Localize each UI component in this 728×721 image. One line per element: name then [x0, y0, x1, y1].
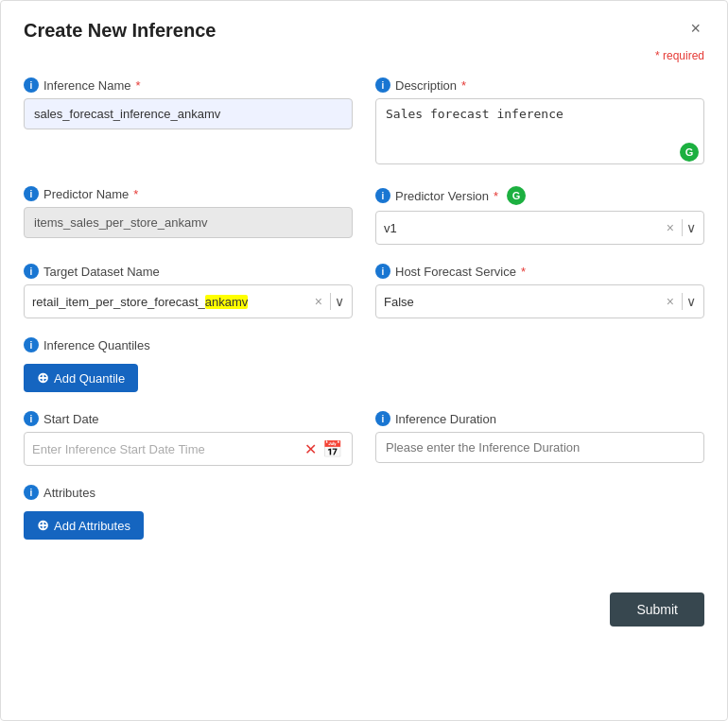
start-date-clear-icon[interactable]: ✕: [301, 440, 321, 458]
add-quantile-plus-icon: ⊕: [37, 369, 49, 386]
host-forecast-divider: [682, 293, 683, 310]
modal-header: Create New Inference ×: [24, 20, 704, 42]
predictor-name-label: i Predictor Name *: [24, 186, 353, 201]
host-forecast-label: i Host Forecast Service *: [375, 264, 704, 279]
predictor-version-required: *: [494, 189, 498, 203]
grammarly-icon: G: [680, 143, 699, 162]
form-row-3: i Target Dataset Name retail_item_per_st…: [24, 264, 704, 318]
host-forecast-value: False: [384, 295, 663, 309]
add-attributes-plus-icon: ⊕: [37, 517, 49, 534]
form-row-4: i Start Date Enter Inference Start Date …: [24, 411, 704, 466]
predictor-version-divider: [682, 219, 683, 236]
close-button[interactable]: ×: [686, 20, 704, 37]
start-date-input-wrap[interactable]: Enter Inference Start Date Time ✕ 📅: [24, 432, 353, 466]
submit-button[interactable]: Submit: [610, 592, 704, 627]
form-row-2: i Predictor Name * i Predictor Version *…: [24, 186, 704, 245]
description-required: *: [461, 78, 466, 93]
inference-name-input[interactable]: [24, 98, 353, 129]
predictor-version-value: v1: [384, 221, 663, 235]
predictor-version-info-icon: i: [375, 188, 390, 203]
inference-duration-info-icon: i: [375, 411, 390, 426]
start-date-col: i Start Date Enter Inference Start Date …: [24, 411, 353, 466]
predictor-version-arrow-icon[interactable]: ∨: [686, 220, 696, 235]
inference-name-label: i Inference Name *: [24, 77, 353, 93]
start-date-calendar-icon[interactable]: 📅: [321, 439, 344, 459]
attributes-label: i Attributes: [24, 485, 704, 500]
target-dataset-clear-icon[interactable]: ×: [311, 294, 326, 309]
description-info-icon: i: [375, 77, 390, 93]
inference-quantiles-info-icon: i: [24, 337, 39, 352]
start-date-info-icon: i: [24, 411, 39, 426]
inference-duration-label: i Inference Duration: [375, 411, 704, 426]
modal-title: Create New Inference: [24, 20, 216, 42]
grammarly-corner: G: [680, 143, 699, 162]
target-dataset-col: i Target Dataset Name retail_item_per_st…: [24, 264, 353, 318]
inference-quantiles-label: i Inference Quantiles: [24, 337, 704, 352]
target-dataset-select[interactable]: retail_item_per_store_forecast_ankamv × …: [24, 284, 353, 318]
predictor-name-required: *: [133, 187, 138, 201]
host-forecast-info-icon: i: [375, 264, 390, 279]
inference-name-required: *: [136, 78, 141, 93]
predictor-version-col: i Predictor Version * G v1 × ∨: [375, 186, 704, 245]
target-dataset-highlight: ankamv: [205, 295, 249, 309]
attributes-info-icon: i: [24, 485, 39, 500]
inference-duration-input[interactable]: [375, 432, 704, 463]
add-attributes-button[interactable]: ⊕ Add Attributes: [24, 511, 144, 540]
host-forecast-arrow-icon[interactable]: ∨: [686, 294, 696, 309]
create-inference-modal: Create New Inference × * required i Infe…: [0, 0, 728, 721]
description-col: i Description * Sales forecast inference…: [375, 77, 704, 167]
add-quantile-button[interactable]: ⊕ Add Quantile: [24, 364, 138, 392]
target-dataset-label: i Target Dataset Name: [24, 264, 353, 279]
target-dataset-arrow-icon[interactable]: ∨: [335, 294, 344, 309]
required-note: * required: [24, 49, 704, 62]
predictor-version-clear-icon[interactable]: ×: [663, 220, 678, 235]
inference-quantiles-section: i Inference Quantiles ⊕ Add Quantile: [24, 337, 704, 392]
target-dataset-value: retail_item_per_store_forecast_ankamv: [32, 295, 311, 309]
start-date-label: i Start Date: [24, 411, 353, 426]
host-forecast-clear-icon[interactable]: ×: [663, 294, 678, 309]
inference-name-col: i Inference Name *: [24, 77, 353, 167]
start-date-placeholder: Enter Inference Start Date Time: [32, 442, 301, 456]
attributes-section: i Attributes ⊕ Add Attributes: [24, 485, 704, 540]
host-forecast-col: i Host Forecast Service * False × ∨: [375, 264, 704, 318]
predictor-name-col: i Predictor Name *: [24, 186, 353, 245]
form-footer: Submit: [24, 577, 704, 627]
target-dataset-divider: [330, 293, 331, 310]
host-forecast-select[interactable]: False × ∨: [375, 284, 704, 318]
predictor-version-grammarly-icon: G: [507, 186, 526, 205]
predictor-name-info-icon: i: [24, 186, 39, 201]
predictor-version-label: i Predictor Version * G: [375, 186, 704, 205]
host-forecast-required: *: [521, 265, 526, 279]
predictor-version-select[interactable]: v1 × ∨: [375, 211, 704, 245]
inference-name-info-icon: i: [24, 77, 39, 93]
description-label: i Description *: [375, 77, 704, 93]
description-textarea-wrap: Sales forecast inference G: [375, 98, 704, 167]
target-dataset-info-icon: i: [24, 264, 39, 279]
predictor-name-input[interactable]: [24, 207, 353, 238]
inference-duration-col: i Inference Duration: [375, 411, 704, 466]
description-textarea[interactable]: Sales forecast inference: [375, 98, 704, 164]
form-row-1: i Inference Name * i Description * Sales…: [24, 77, 704, 167]
